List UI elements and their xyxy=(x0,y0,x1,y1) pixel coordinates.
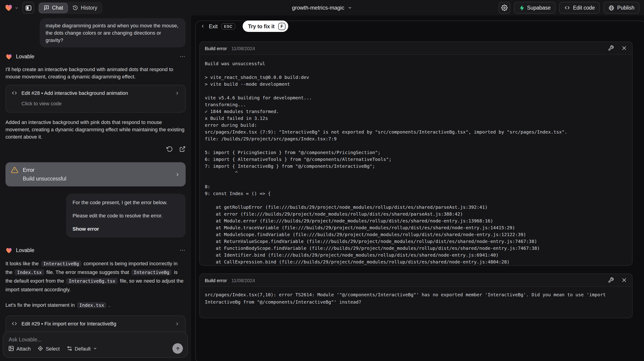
chevron-right-icon xyxy=(175,172,180,177)
assistant-paragraph: Added an interactive background with pin… xyxy=(6,118,186,140)
assistant-paragraph: It looks like the InteractiveBg componen… xyxy=(6,259,186,294)
publish-label: Publish xyxy=(617,5,634,10)
close-icon xyxy=(621,45,627,51)
send-button[interactable] xyxy=(172,343,183,354)
mode-label: Default xyxy=(75,345,91,352)
project-switcher[interactable]: growth-metrics-magic xyxy=(292,0,352,15)
edit-card-subtitle: Click to view code xyxy=(22,100,180,107)
open-preview-button[interactable] xyxy=(179,146,186,152)
chat-panel: maybe diagramming points and when you mo… xyxy=(0,15,191,361)
supabase-bolt-icon xyxy=(519,5,524,11)
assistant-header: Lovable xyxy=(6,247,186,254)
restore-button[interactable] xyxy=(166,146,173,152)
code-brackets-icon xyxy=(12,90,17,96)
fix-error-button[interactable] xyxy=(608,277,614,283)
select-label: Select xyxy=(46,345,60,352)
toggle-sidebar-button[interactable] xyxy=(22,2,34,14)
sliders-icon xyxy=(66,346,72,352)
attach-label: Attach xyxy=(16,345,30,352)
project-title: growth-metrics-magic xyxy=(292,4,344,11)
settings-button[interactable] xyxy=(498,2,510,14)
show-error-label: Show error xyxy=(72,225,179,232)
lovable-heart-icon xyxy=(6,53,12,60)
preview-area: Exit ESC Try to fix it F Build error 11/… xyxy=(191,15,644,361)
panel-left-icon xyxy=(25,4,32,11)
select-button[interactable]: Select xyxy=(38,345,60,352)
supabase-label: Supabase xyxy=(527,5,551,10)
more-dots-icon xyxy=(179,247,186,253)
error-overlay-toolbar: Exit ESC Try to fix it F xyxy=(200,20,288,32)
lovable-logo-menu[interactable] xyxy=(4,4,19,12)
chat-composer: Attach Select Default xyxy=(3,331,188,358)
chevron-down-icon xyxy=(14,6,19,10)
lovable-app: Chat History growth-metrics-magic xyxy=(0,0,644,361)
publish-button[interactable]: Publish xyxy=(604,2,640,14)
close-panel-button[interactable] xyxy=(621,277,627,283)
topbar: Chat History growth-metrics-magic xyxy=(0,0,644,15)
exit-label: Exit xyxy=(209,23,218,29)
esc-key-badge: ESC xyxy=(221,23,235,29)
more-dots-icon xyxy=(179,53,186,60)
build-error-date: 11/08/2024 xyxy=(232,277,255,283)
exit-button[interactable]: Exit ESC xyxy=(200,23,235,29)
gear-icon xyxy=(501,4,508,11)
message-actions xyxy=(6,146,186,152)
mode-selector[interactable]: Default xyxy=(66,345,97,352)
assistant-name: Lovable xyxy=(16,247,34,254)
build-error-title: Build error xyxy=(205,45,227,51)
code-brackets-icon xyxy=(564,5,570,10)
build-error-header: Build error 11/08/2024 xyxy=(200,42,632,55)
lovable-heart-icon xyxy=(4,4,13,12)
assistant-paragraph: I'll help create an interactive backgrou… xyxy=(6,66,186,80)
tab-chat-label: Chat xyxy=(52,5,63,10)
tab-history[interactable]: History xyxy=(68,2,102,13)
tab-history-label: History xyxy=(81,5,98,10)
build-error-panel-1: Build error 11/08/2024 Build was un xyxy=(199,41,632,266)
edit-card-28[interactable]: Edit #28 • Add interactive background an… xyxy=(6,85,186,113)
external-link-icon xyxy=(179,146,186,152)
chevron-down-icon xyxy=(348,5,352,10)
edit-code-button[interactable]: Edit code xyxy=(560,2,600,14)
view-tabs: Chat History xyxy=(38,1,102,14)
lovable-heart-icon xyxy=(6,247,12,254)
chat-input[interactable] xyxy=(9,337,173,342)
wrench-icon xyxy=(608,45,614,51)
build-log: src/pages/Index.tsx(7,10): error TS2614:… xyxy=(200,287,632,310)
build-error-title: Build error xyxy=(205,277,227,283)
edit-code-label: Edit code xyxy=(573,5,595,10)
assistant-header: Lovable xyxy=(6,53,186,60)
arrow-up-icon xyxy=(175,346,180,351)
refresh-icon xyxy=(166,146,173,152)
warning-triangle-icon xyxy=(11,166,18,174)
close-panel-button[interactable] xyxy=(621,45,627,51)
chevron-right-icon xyxy=(175,90,180,95)
edit-card-title: Edit #28 • Add interactive background an… xyxy=(22,89,170,97)
error-card-title: Error xyxy=(23,166,66,174)
fix-error-button[interactable] xyxy=(608,45,614,51)
wrench-icon xyxy=(608,277,614,283)
supabase-button[interactable]: Supabase xyxy=(514,2,556,14)
chevron-left-icon xyxy=(200,24,205,29)
chevron-right-icon xyxy=(175,321,180,326)
code-brackets-icon xyxy=(12,321,17,326)
tab-chat[interactable]: Chat xyxy=(39,2,68,13)
close-icon xyxy=(621,277,627,283)
try-to-fix-button[interactable]: Try to fix it F xyxy=(243,20,288,32)
try-to-fix-label: Try to fix it xyxy=(248,23,274,29)
build-error-panel-2: Build error 11/08/2024 src/pages/In xyxy=(199,274,632,318)
message-menu-button[interactable] xyxy=(179,53,186,60)
user-message-text: For the code present, I get the error be… xyxy=(72,199,179,206)
chat-message-list[interactable]: maybe diagramming points and when you mo… xyxy=(0,15,191,361)
assistant-name: Lovable xyxy=(16,53,34,60)
target-icon xyxy=(38,346,43,352)
error-card[interactable]: Error Build unsuccessful xyxy=(6,162,186,186)
globe-icon xyxy=(609,5,614,11)
f-key-badge: F xyxy=(278,22,286,30)
chat-bubble-icon xyxy=(44,5,49,10)
attach-button[interactable]: Attach xyxy=(8,345,30,352)
history-icon xyxy=(73,5,78,10)
message-menu-button[interactable] xyxy=(179,247,186,253)
user-message: For the code present, I get the error be… xyxy=(66,194,186,238)
build-error-date: 11/08/2024 xyxy=(232,45,255,51)
image-icon xyxy=(8,346,14,352)
